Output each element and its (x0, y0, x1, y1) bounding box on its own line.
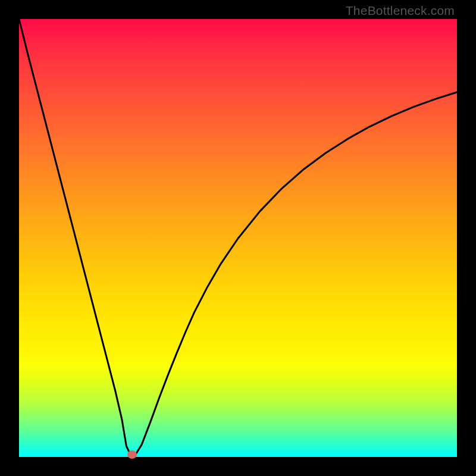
watermark-text: TheBottleneck.com (346, 4, 455, 18)
plot-area (19, 19, 457, 457)
bottleneck-curve (19, 19, 457, 455)
curve-layer (19, 19, 457, 457)
minimum-marker (127, 450, 137, 459)
outer-frame: TheBottleneck.com (0, 0, 476, 476)
